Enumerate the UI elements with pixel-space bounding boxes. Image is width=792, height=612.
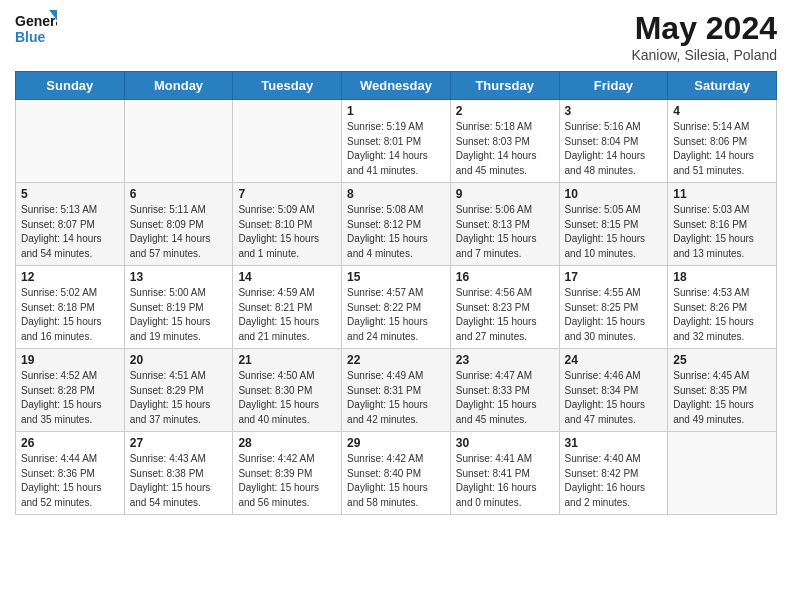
- calendar-cell: 17Sunrise: 4:55 AM Sunset: 8:25 PM Dayli…: [559, 266, 668, 349]
- day-number: 9: [456, 187, 554, 201]
- day-number: 8: [347, 187, 445, 201]
- day-content: Sunrise: 5:19 AM Sunset: 8:01 PM Dayligh…: [347, 120, 445, 178]
- calendar-cell: 4Sunrise: 5:14 AM Sunset: 8:06 PM Daylig…: [668, 100, 777, 183]
- day-content: Sunrise: 4:41 AM Sunset: 8:41 PM Dayligh…: [456, 452, 554, 510]
- calendar-cell: 27Sunrise: 4:43 AM Sunset: 8:38 PM Dayli…: [124, 432, 233, 515]
- calendar-cell: [16, 100, 125, 183]
- day-number: 23: [456, 353, 554, 367]
- calendar-cell: 5Sunrise: 5:13 AM Sunset: 8:07 PM Daylig…: [16, 183, 125, 266]
- day-content: Sunrise: 4:56 AM Sunset: 8:23 PM Dayligh…: [456, 286, 554, 344]
- calendar-table: SundayMondayTuesdayWednesdayThursdayFrid…: [15, 71, 777, 515]
- calendar-cell: 31Sunrise: 4:40 AM Sunset: 8:42 PM Dayli…: [559, 432, 668, 515]
- day-content: Sunrise: 4:49 AM Sunset: 8:31 PM Dayligh…: [347, 369, 445, 427]
- calendar-cell: 29Sunrise: 4:42 AM Sunset: 8:40 PM Dayli…: [342, 432, 451, 515]
- calendar-cell: 10Sunrise: 5:05 AM Sunset: 8:15 PM Dayli…: [559, 183, 668, 266]
- day-content: Sunrise: 4:59 AM Sunset: 8:21 PM Dayligh…: [238, 286, 336, 344]
- calendar-cell: [668, 432, 777, 515]
- day-number: 21: [238, 353, 336, 367]
- calendar-cell: 25Sunrise: 4:45 AM Sunset: 8:35 PM Dayli…: [668, 349, 777, 432]
- day-content: Sunrise: 4:47 AM Sunset: 8:33 PM Dayligh…: [456, 369, 554, 427]
- day-number: 28: [238, 436, 336, 450]
- day-number: 5: [21, 187, 119, 201]
- calendar-cell: 22Sunrise: 4:49 AM Sunset: 8:31 PM Dayli…: [342, 349, 451, 432]
- day-content: Sunrise: 4:45 AM Sunset: 8:35 PM Dayligh…: [673, 369, 771, 427]
- calendar-cell: 28Sunrise: 4:42 AM Sunset: 8:39 PM Dayli…: [233, 432, 342, 515]
- header-saturday: Saturday: [668, 72, 777, 100]
- title-block: May 2024 Kaniow, Silesia, Poland: [631, 10, 777, 63]
- calendar-cell: 15Sunrise: 4:57 AM Sunset: 8:22 PM Dayli…: [342, 266, 451, 349]
- calendar-cell: 11Sunrise: 5:03 AM Sunset: 8:16 PM Dayli…: [668, 183, 777, 266]
- day-content: Sunrise: 5:09 AM Sunset: 8:10 PM Dayligh…: [238, 203, 336, 261]
- header-thursday: Thursday: [450, 72, 559, 100]
- logo: General Blue: [15, 10, 57, 48]
- day-number: 26: [21, 436, 119, 450]
- day-content: Sunrise: 4:43 AM Sunset: 8:38 PM Dayligh…: [130, 452, 228, 510]
- day-content: Sunrise: 4:51 AM Sunset: 8:29 PM Dayligh…: [130, 369, 228, 427]
- subtitle: Kaniow, Silesia, Poland: [631, 47, 777, 63]
- day-number: 6: [130, 187, 228, 201]
- calendar-cell: [233, 100, 342, 183]
- day-number: 24: [565, 353, 663, 367]
- day-number: 11: [673, 187, 771, 201]
- day-content: Sunrise: 5:16 AM Sunset: 8:04 PM Dayligh…: [565, 120, 663, 178]
- day-number: 31: [565, 436, 663, 450]
- calendar-cell: [124, 100, 233, 183]
- day-content: Sunrise: 4:46 AM Sunset: 8:34 PM Dayligh…: [565, 369, 663, 427]
- day-number: 20: [130, 353, 228, 367]
- day-content: Sunrise: 5:02 AM Sunset: 8:18 PM Dayligh…: [21, 286, 119, 344]
- day-content: Sunrise: 4:52 AM Sunset: 8:28 PM Dayligh…: [21, 369, 119, 427]
- calendar-cell: 13Sunrise: 5:00 AM Sunset: 8:19 PM Dayli…: [124, 266, 233, 349]
- day-number: 2: [456, 104, 554, 118]
- day-number: 29: [347, 436, 445, 450]
- main-title: May 2024: [631, 10, 777, 47]
- header-friday: Friday: [559, 72, 668, 100]
- calendar-cell: 20Sunrise: 4:51 AM Sunset: 8:29 PM Dayli…: [124, 349, 233, 432]
- day-number: 12: [21, 270, 119, 284]
- day-number: 17: [565, 270, 663, 284]
- day-content: Sunrise: 5:11 AM Sunset: 8:09 PM Dayligh…: [130, 203, 228, 261]
- calendar-cell: 7Sunrise: 5:09 AM Sunset: 8:10 PM Daylig…: [233, 183, 342, 266]
- calendar-cell: 19Sunrise: 4:52 AM Sunset: 8:28 PM Dayli…: [16, 349, 125, 432]
- day-content: Sunrise: 5:06 AM Sunset: 8:13 PM Dayligh…: [456, 203, 554, 261]
- day-content: Sunrise: 4:44 AM Sunset: 8:36 PM Dayligh…: [21, 452, 119, 510]
- calendar-cell: 21Sunrise: 4:50 AM Sunset: 8:30 PM Dayli…: [233, 349, 342, 432]
- day-number: 4: [673, 104, 771, 118]
- day-content: Sunrise: 5:14 AM Sunset: 8:06 PM Dayligh…: [673, 120, 771, 178]
- calendar-cell: 3Sunrise: 5:16 AM Sunset: 8:04 PM Daylig…: [559, 100, 668, 183]
- calendar-cell: 2Sunrise: 5:18 AM Sunset: 8:03 PM Daylig…: [450, 100, 559, 183]
- calendar-cell: 12Sunrise: 5:02 AM Sunset: 8:18 PM Dayli…: [16, 266, 125, 349]
- calendar-cell: 1Sunrise: 5:19 AM Sunset: 8:01 PM Daylig…: [342, 100, 451, 183]
- day-number: 30: [456, 436, 554, 450]
- day-content: Sunrise: 4:53 AM Sunset: 8:26 PM Dayligh…: [673, 286, 771, 344]
- calendar-cell: 8Sunrise: 5:08 AM Sunset: 8:12 PM Daylig…: [342, 183, 451, 266]
- day-content: Sunrise: 5:13 AM Sunset: 8:07 PM Dayligh…: [21, 203, 119, 261]
- day-content: Sunrise: 4:55 AM Sunset: 8:25 PM Dayligh…: [565, 286, 663, 344]
- day-content: Sunrise: 4:57 AM Sunset: 8:22 PM Dayligh…: [347, 286, 445, 344]
- calendar-cell: 9Sunrise: 5:06 AM Sunset: 8:13 PM Daylig…: [450, 183, 559, 266]
- day-content: Sunrise: 4:40 AM Sunset: 8:42 PM Dayligh…: [565, 452, 663, 510]
- calendar-cell: 14Sunrise: 4:59 AM Sunset: 8:21 PM Dayli…: [233, 266, 342, 349]
- day-number: 1: [347, 104, 445, 118]
- day-content: Sunrise: 5:00 AM Sunset: 8:19 PM Dayligh…: [130, 286, 228, 344]
- day-number: 16: [456, 270, 554, 284]
- svg-text:Blue: Blue: [15, 29, 46, 45]
- logo-svg: General Blue: [15, 10, 57, 48]
- day-content: Sunrise: 4:42 AM Sunset: 8:40 PM Dayligh…: [347, 452, 445, 510]
- day-number: 10: [565, 187, 663, 201]
- calendar-cell: 16Sunrise: 4:56 AM Sunset: 8:23 PM Dayli…: [450, 266, 559, 349]
- day-number: 22: [347, 353, 445, 367]
- day-number: 14: [238, 270, 336, 284]
- calendar-cell: 23Sunrise: 4:47 AM Sunset: 8:33 PM Dayli…: [450, 349, 559, 432]
- day-number: 13: [130, 270, 228, 284]
- day-content: Sunrise: 4:42 AM Sunset: 8:39 PM Dayligh…: [238, 452, 336, 510]
- day-content: Sunrise: 5:03 AM Sunset: 8:16 PM Dayligh…: [673, 203, 771, 261]
- day-number: 27: [130, 436, 228, 450]
- header-wednesday: Wednesday: [342, 72, 451, 100]
- header-sunday: Sunday: [16, 72, 125, 100]
- day-number: 7: [238, 187, 336, 201]
- header-monday: Monday: [124, 72, 233, 100]
- day-number: 18: [673, 270, 771, 284]
- day-number: 25: [673, 353, 771, 367]
- day-content: Sunrise: 5:08 AM Sunset: 8:12 PM Dayligh…: [347, 203, 445, 261]
- header-tuesday: Tuesday: [233, 72, 342, 100]
